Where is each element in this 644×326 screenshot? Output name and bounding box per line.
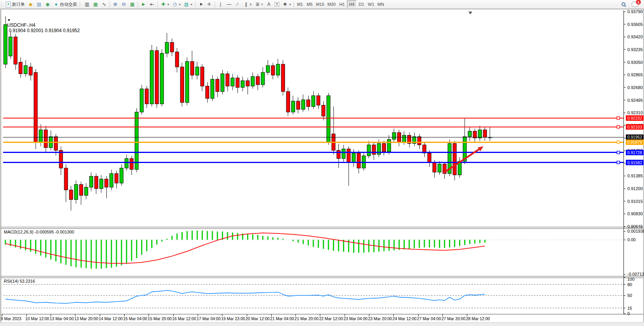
candle	[231, 78, 234, 86]
time-tick-label: 13 Mar 04:00	[50, 316, 74, 321]
price-line-label: 0.92103	[627, 125, 642, 129]
candle	[135, 112, 138, 169]
chart-symbol-period: USDCHF-,H4	[7, 22, 36, 28]
price-line-label: 0.91952	[627, 135, 642, 139]
time-tick-label: 27 Mar 20:00	[441, 316, 465, 321]
macd-signal-line	[5, 233, 485, 263]
price-tick-label: 0.93420	[627, 34, 643, 39]
candle	[483, 130, 487, 137]
candle	[342, 149, 345, 159]
line-drag-handle	[617, 125, 620, 128]
candle	[29, 67, 32, 75]
rsi-tick-label: 100	[627, 277, 634, 281]
macd-tick-label: 0.00	[627, 237, 635, 242]
candle	[140, 89, 143, 112]
candle	[468, 131, 471, 137]
candle	[438, 164, 441, 172]
candle	[24, 65, 27, 74]
candle	[211, 79, 214, 98]
line-drag-handle	[617, 161, 620, 164]
time-tick-label: 20 Mar 12:00	[246, 316, 270, 321]
candle	[175, 52, 179, 67]
candle	[160, 53, 164, 104]
price-line-label: 0.91728	[627, 150, 642, 155]
candle	[281, 64, 285, 92]
price-tick-label: 0.93050	[627, 60, 643, 65]
candle	[286, 91, 290, 112]
price-tick-label: 0.92680	[627, 85, 643, 90]
rsi-tick-label: 50	[627, 293, 632, 298]
candle	[453, 144, 456, 175]
rsi-tick-label: 80	[627, 282, 632, 287]
symbol-dropdown-icon[interactable]: ▼	[7, 18, 11, 22]
chart-shift-marker	[468, 12, 472, 14]
time-tick-label: 23 Mar 20:00	[368, 316, 392, 321]
candle	[347, 149, 350, 163]
candle	[367, 145, 371, 156]
candle	[236, 78, 239, 88]
line-drag-handle	[617, 141, 620, 144]
candle	[312, 96, 315, 106]
candle	[14, 37, 17, 64]
time-tick-label: 21 Mar 20:00	[295, 316, 319, 321]
candle	[99, 179, 103, 189]
candle	[226, 74, 229, 86]
price-tick-label: 0.93235	[627, 47, 643, 52]
candle	[276, 64, 280, 75]
candle	[261, 72, 265, 85]
macd-tick-label: 0.001938	[627, 229, 644, 233]
candle	[180, 67, 184, 103]
candle	[185, 62, 189, 103]
time-tick-label: 9 Mar 2023	[1, 316, 21, 321]
time-tick-label: 16 Mar 12:00	[172, 316, 196, 321]
candle	[256, 77, 260, 85]
line-drag-handle	[617, 117, 620, 119]
candle	[428, 153, 431, 163]
price-tick-label: 0.91200	[627, 186, 643, 191]
time-tick-label: 14 Mar 12:00	[99, 316, 123, 321]
candle	[317, 96, 320, 105]
candle	[246, 81, 249, 86]
candle	[307, 100, 310, 107]
time-tick-label: 24 Mar 12:00	[393, 316, 417, 321]
candle	[54, 137, 58, 150]
candle	[64, 168, 68, 190]
candle	[478, 130, 482, 138]
candle	[387, 139, 391, 152]
candle	[145, 89, 149, 104]
time-tick-label: 15 Mar 04:00	[123, 316, 147, 321]
candle	[473, 131, 477, 138]
candle	[155, 51, 159, 104]
candle	[74, 184, 78, 199]
time-tick-label: 22 Mar 12:00	[319, 316, 343, 321]
time-tick-label: 13 Mar 20:00	[74, 316, 98, 321]
candle	[110, 173, 113, 187]
candle	[79, 184, 83, 195]
candle	[266, 65, 270, 72]
candle	[251, 77, 255, 86]
candle	[84, 187, 88, 196]
rsi-line	[5, 290, 485, 304]
candle	[9, 37, 12, 56]
candle	[271, 65, 275, 75]
price-tick-label: 0.90645	[627, 224, 643, 229]
price-tick-label: 0.90830	[627, 211, 643, 216]
rsi-indicator-label: RSI(14) 53.2316	[4, 279, 35, 283]
chart-canvas[interactable]: 0.937900.936050.934200.932350.930500.928…	[0, 0, 644, 326]
candle	[327, 96, 330, 142]
time-tick-label: 17 Mar 04:00	[196, 316, 220, 321]
candle	[170, 42, 174, 52]
time-tick-label: 21 Mar 04:00	[270, 316, 294, 321]
candle	[39, 130, 43, 142]
candle	[120, 168, 123, 183]
time-tick-label: 19 Mar 23:00	[221, 316, 245, 321]
candle	[216, 79, 219, 92]
candle	[352, 153, 355, 163]
candle	[94, 176, 98, 189]
candle	[190, 62, 194, 75]
line-drag-handle	[617, 151, 620, 154]
candle	[200, 67, 204, 86]
time-tick-label: 27 Mar 04:00	[417, 316, 441, 321]
candle	[423, 145, 426, 153]
candle	[322, 105, 325, 116]
